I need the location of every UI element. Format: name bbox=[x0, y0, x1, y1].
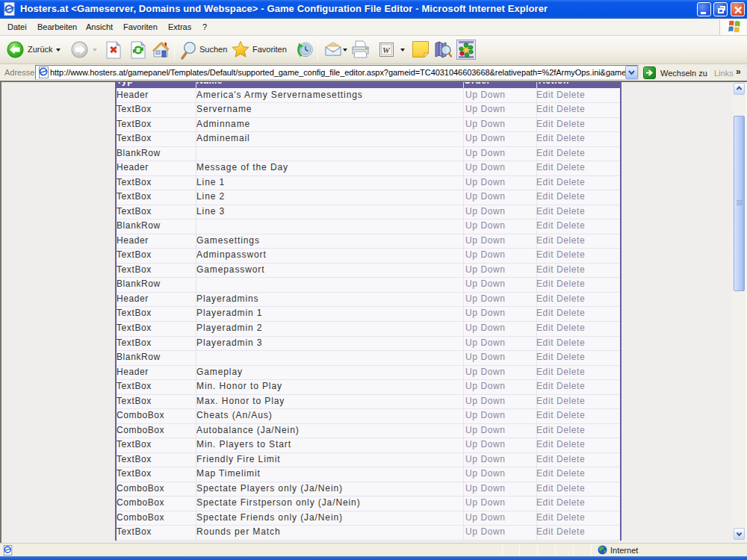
svg-text:W: W bbox=[382, 46, 391, 55]
